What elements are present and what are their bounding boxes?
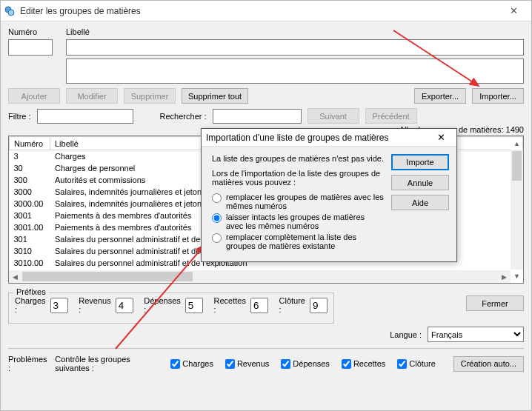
scroll-up-icon[interactable]: ▲ bbox=[511, 137, 523, 150]
controle-label: Contrôle les groupes suivantes : bbox=[55, 355, 164, 372]
window-title: Editer les groupes de matières bbox=[20, 6, 499, 16]
chk-recettes[interactable]: Recettes bbox=[342, 359, 385, 369]
numero-label: Numéro bbox=[8, 27, 53, 36]
prefix-charges-label: Charges : bbox=[15, 296, 46, 314]
scroll-down-icon[interactable]: ▼ bbox=[511, 270, 523, 282]
vertical-scrollbar[interactable]: ▲ ▼ bbox=[511, 150, 523, 270]
dialog-line2: Lors de l'importation de la liste des gr… bbox=[212, 169, 384, 187]
filtre-input[interactable] bbox=[37, 109, 133, 124]
scroll-thumb-v[interactable] bbox=[512, 151, 522, 181]
ajouter-button[interactable]: Ajouter bbox=[8, 88, 60, 104]
radio-replace-same[interactable]: remplacer les groupes de matières avec l… bbox=[212, 193, 384, 210]
chk-revenus[interactable]: Revenus bbox=[225, 359, 269, 369]
prefix-depenses-input[interactable] bbox=[185, 298, 203, 313]
prefix-revenus-label: Revenus : bbox=[79, 296, 110, 314]
precedent-button[interactable]: Précédent bbox=[365, 108, 417, 124]
prefix-cloture-input[interactable] bbox=[310, 298, 327, 313]
prefix-recettes-label: Recettes : bbox=[213, 296, 245, 314]
modifier-button[interactable]: Modifier bbox=[66, 88, 118, 104]
filtre-label: Filtre : bbox=[8, 112, 31, 121]
numero-input[interactable] bbox=[8, 39, 53, 56]
dialog-title: Importation d'une liste de groupes de ma… bbox=[206, 133, 430, 143]
importer-button[interactable]: Importer... bbox=[472, 88, 524, 104]
libelle-textarea[interactable] bbox=[66, 59, 524, 84]
import-dialog: Importation d'une liste de groupes de ma… bbox=[201, 128, 457, 262]
prefix-revenus-input[interactable] bbox=[116, 298, 133, 313]
fermer-button[interactable]: Fermer bbox=[466, 295, 524, 311]
langue-label: Langue : bbox=[390, 330, 422, 339]
dialog-line1: La liste des groupes de matières n'est p… bbox=[212, 154, 384, 163]
langue-select[interactable]: Français bbox=[428, 327, 524, 342]
rechercher-label: Rechercher : bbox=[160, 112, 207, 121]
scroll-thumb-h[interactable] bbox=[22, 272, 193, 281]
count-value: 1490 bbox=[506, 125, 524, 134]
radio-keep-same[interactable]: laisser intacts les groupes de matières … bbox=[212, 213, 384, 230]
exporter-button[interactable]: Exporter... bbox=[414, 88, 466, 104]
dialog-cancel-button[interactable]: Annule bbox=[391, 175, 449, 190]
libelle-label: Libellé bbox=[66, 27, 90, 36]
col-numero[interactable]: Numéro bbox=[10, 137, 50, 150]
dialog-import-button[interactable]: Importe bbox=[391, 154, 449, 170]
dialog-help-button[interactable]: Aide bbox=[391, 195, 449, 210]
svg-point-1 bbox=[8, 10, 14, 16]
close-icon[interactable]: ✕ bbox=[499, 1, 528, 21]
chk-charges[interactable]: Charges bbox=[170, 359, 213, 369]
app-icon bbox=[4, 5, 16, 17]
prefix-depenses-label: Dépenses : bbox=[144, 296, 181, 314]
prefix-recettes-input[interactable] bbox=[250, 298, 268, 313]
scroll-left-icon[interactable]: ◀ bbox=[9, 270, 21, 283]
supprimer-button[interactable]: Supprimer bbox=[124, 88, 176, 104]
libelle-input[interactable] bbox=[66, 39, 524, 56]
prefixes-legend: Préfixes bbox=[13, 287, 49, 296]
radio-replace-all[interactable]: remplacer complètement la liste des grou… bbox=[212, 233, 384, 250]
prefix-cloture-label: Clôture : bbox=[279, 296, 305, 314]
rechercher-input[interactable] bbox=[213, 109, 302, 124]
scroll-right-icon[interactable]: ▶ bbox=[498, 270, 511, 283]
horizontal-scrollbar[interactable]: ◀ ▶ bbox=[9, 270, 511, 283]
problemes-label: Problèmes : bbox=[8, 355, 49, 372]
prefix-charges-input[interactable] bbox=[50, 298, 68, 313]
dialog-close-icon[interactable]: ✕ bbox=[430, 132, 452, 143]
chk-depenses[interactable]: Dépenses bbox=[281, 359, 330, 369]
suivant-button[interactable]: Suivant bbox=[307, 108, 359, 124]
creation-auto-button[interactable]: Création auto... bbox=[453, 356, 524, 372]
chk-cloture[interactable]: Clôture bbox=[397, 359, 435, 369]
supprimer-tout-button[interactable]: Supprimer tout bbox=[182, 88, 248, 104]
